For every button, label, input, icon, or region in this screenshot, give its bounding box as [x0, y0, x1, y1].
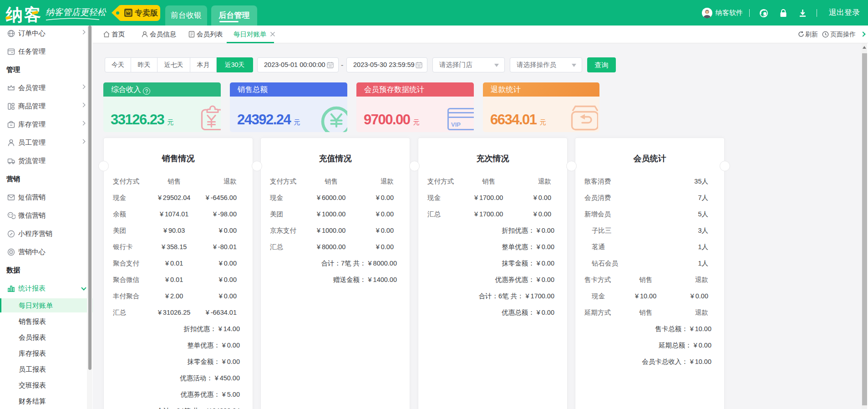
svg-text:VIP: VIP [451, 121, 461, 128]
